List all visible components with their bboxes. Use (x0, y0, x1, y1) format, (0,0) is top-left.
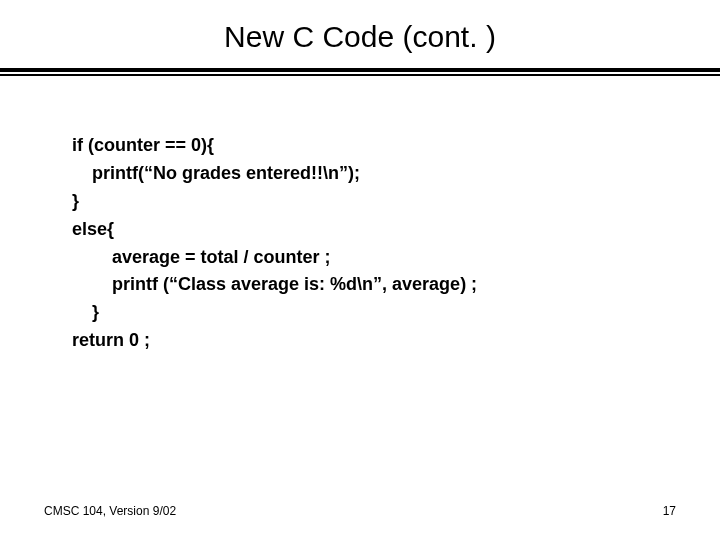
code-line: return 0 ; (72, 327, 720, 355)
footer-course: CMSC 104, Version 9/02 (44, 504, 176, 518)
code-line: average = total / counter ; (72, 244, 720, 272)
code-line: if (counter == 0){ (72, 132, 720, 160)
code-line: else{ (72, 216, 720, 244)
code-line: printf (“Class average is: %d\n”, averag… (72, 271, 720, 299)
footer-page-number: 17 (663, 504, 676, 518)
slide: New C Code (cont. ) if (counter == 0){ p… (0, 0, 720, 540)
code-line: } (72, 299, 720, 327)
code-line: printf(“No grades entered!!\n”); (72, 160, 720, 188)
divider-thin (0, 74, 720, 76)
code-block: if (counter == 0){ printf(“No grades ent… (0, 132, 720, 355)
slide-title: New C Code (cont. ) (0, 20, 720, 54)
code-line: } (72, 188, 720, 216)
